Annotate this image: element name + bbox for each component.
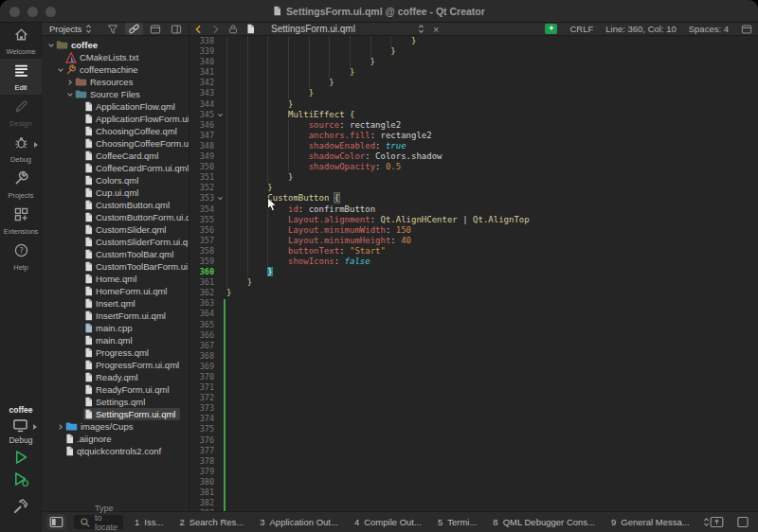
current-line-number[interactable]: 360 xyxy=(190,267,214,277)
line-number[interactable]: 381 xyxy=(190,488,214,498)
line-number[interactable]: 343 xyxy=(190,88,214,98)
build-button[interactable] xyxy=(12,498,29,515)
line-number[interactable]: 354 xyxy=(190,204,214,215)
tree-item-colors-qml[interactable]: Colors.qml xyxy=(42,174,189,186)
code-line-343[interactable]: 343} xyxy=(190,88,758,98)
tree-item-choosingcoffeeform-ui-qml[interactable]: ChoosingCoffeeForm.ui.qml xyxy=(42,137,189,150)
code-line-379[interactable]: 379 xyxy=(190,467,758,477)
code-line-371[interactable]: 371 xyxy=(190,382,758,393)
mode-item-welcome[interactable]: Welcome xyxy=(0,23,42,59)
code-line-376[interactable]: 376 xyxy=(190,435,758,446)
document-dropdown-icon[interactable] xyxy=(418,24,424,34)
tree-item-settingsform-ui-qml[interactable]: SettingsForm.ui.qml xyxy=(42,408,189,420)
code-area[interactable]: 338}339}340}341}342}343}344}345MultiEffe… xyxy=(190,36,758,511)
right-sidebar-toggle-icon[interactable] xyxy=(736,516,749,528)
line-number[interactable]: 367 xyxy=(190,341,214,351)
tree-item-customslider-qml[interactable]: CustomSlider.qml xyxy=(42,223,189,236)
line-number[interactable]: 358 xyxy=(190,246,214,257)
code-line-377[interactable]: 377 xyxy=(190,446,758,456)
line-number[interactable]: 351 xyxy=(190,172,214,183)
dock-pane-icon[interactable] xyxy=(147,24,164,35)
line-number[interactable]: 341 xyxy=(190,67,214,78)
tree-item-coffee[interactable]: coffee xyxy=(42,39,189,51)
tree-item-settings-qml[interactable]: Settings.qml xyxy=(42,396,189,408)
fold-marker-icon[interactable] xyxy=(214,193,226,204)
mode-item-help[interactable]: ?Help xyxy=(0,239,42,275)
code-line-349[interactable]: 349shadowColor: Colors.shadow xyxy=(190,151,758,162)
output-pane-popup-icon[interactable] xyxy=(710,516,724,528)
code-line-365[interactable]: 365 xyxy=(190,320,758,330)
tree-item-main-qml[interactable]: main.qml xyxy=(42,334,189,346)
line-number[interactable]: 347 xyxy=(190,131,214,141)
tree-item-insertform-ui-qml[interactable]: InsertForm.ui.qml xyxy=(42,310,189,322)
code-line-361[interactable]: 361} xyxy=(190,277,758,288)
line-number[interactable]: 380 xyxy=(190,477,214,488)
mode-item-projects[interactable]: Projects xyxy=(0,167,42,203)
tree-item-coffeecardform-ui-qml[interactable]: CoffeeCardForm.ui.qml xyxy=(42,162,189,174)
tree-item-images-cups[interactable]: images/Cups xyxy=(42,420,189,433)
vcs-plus-badge[interactable]: + xyxy=(545,24,557,34)
line-number[interactable]: 348 xyxy=(190,141,214,151)
sync-with-editor-link-icon[interactable] xyxy=(125,23,143,35)
tree-item-home-qml[interactable]: Home.qml xyxy=(42,273,189,285)
code-line-366[interactable]: 366 xyxy=(190,330,758,341)
line-number[interactable]: 382 xyxy=(190,498,214,508)
tree-item-custombuttonform-ui-qml[interactable]: CustomButtonForm.ui.qml xyxy=(42,211,189,223)
output-pane-button-9[interactable]: 9General Messa... xyxy=(611,517,690,527)
maximize-window-button[interactable] xyxy=(45,7,56,17)
split-pane-icon[interactable] xyxy=(168,24,185,35)
tree-item-customtoolbarform-ui-qml[interactable]: CustomToolBarForm.ui.qml xyxy=(42,260,189,273)
code-line-367[interactable]: 367 xyxy=(190,341,758,351)
line-number[interactable]: 357 xyxy=(190,236,214,246)
code-line-357[interactable]: 357Layout.minimumHeight: 40 xyxy=(190,236,758,246)
tree-item-customtoolbar-qml[interactable]: CustomToolBar.qml xyxy=(42,248,189,260)
tree-item-applicationflowform-ui-qml[interactable]: ApplicationFlowForm.ui.qml xyxy=(42,113,189,125)
code-line-350[interactable]: 350shadowOpacity: 0.5 xyxy=(190,162,758,172)
tree-item--aiignore[interactable]: .aiignore xyxy=(42,433,189,445)
editor-split-menu-icon[interactable] xyxy=(741,24,752,35)
left-sidebar-toggle-icon[interactable] xyxy=(46,514,66,530)
tree-item-applicationflow-qml[interactable]: ApplicationFlow.qml xyxy=(42,100,189,113)
tree-item-insert-qml[interactable]: Insert.qml xyxy=(42,297,189,310)
tree-item-qtquickcontrols2-conf[interactable]: qtquickcontrols2.conf xyxy=(42,445,189,457)
line-number[interactable]: 346 xyxy=(190,120,214,131)
line-number[interactable]: 356 xyxy=(190,225,214,236)
navigate-forward-icon[interactable] xyxy=(211,25,220,34)
line-number[interactable]: 369 xyxy=(190,362,214,372)
tree-item-homeform-ui-qml[interactable]: HomeForm.ui.qml xyxy=(42,285,189,297)
code-line-374[interactable]: 374 xyxy=(190,414,758,424)
code-line-373[interactable]: 373 xyxy=(190,403,758,414)
chevron-down-icon[interactable] xyxy=(46,42,55,49)
code-line-348[interactable]: 348shadowEnabled: true xyxy=(190,141,758,151)
line-number[interactable]: 361 xyxy=(190,277,214,288)
code-line-382[interactable]: 382 xyxy=(190,498,758,508)
line-number[interactable]: 377 xyxy=(190,446,214,456)
code-line-347[interactable]: 347anchors.fill: rectangle2 xyxy=(190,131,758,141)
code-line-342[interactable]: 342} xyxy=(190,78,758,88)
open-document-name[interactable]: SettingsForm.ui.qml xyxy=(271,24,409,34)
code-line-368[interactable]: 368 xyxy=(190,351,758,362)
projects-pane-dropdown[interactable]: Projects xyxy=(49,24,81,34)
code-line-352[interactable]: 352} xyxy=(190,183,758,193)
line-number[interactable]: 376 xyxy=(190,435,214,446)
line-number[interactable]: 375 xyxy=(190,424,214,434)
output-pane-button-4[interactable]: 4Compile Out... xyxy=(354,517,422,527)
chevron-down-icon[interactable] xyxy=(65,91,74,98)
line-number[interactable]: 373 xyxy=(190,403,214,414)
fold-marker-icon[interactable] xyxy=(214,110,226,120)
chevron-right-icon[interactable] xyxy=(65,79,74,86)
mode-item-debug[interactable]: Debug xyxy=(0,131,42,167)
close-window-button[interactable] xyxy=(9,7,20,17)
line-number[interactable]: 345 xyxy=(190,110,214,120)
tree-item-resources[interactable]: Resources xyxy=(42,76,189,88)
line-number[interactable]: 371 xyxy=(190,382,214,393)
kit-monitor-icon[interactable] xyxy=(11,417,29,434)
navigate-back-icon[interactable] xyxy=(194,25,203,34)
line-number[interactable]: 365 xyxy=(190,320,214,330)
code-line-363[interactable]: 363 xyxy=(190,298,758,309)
tree-item-progress-qml[interactable]: Progress.qml xyxy=(42,346,189,359)
chevron-right-icon[interactable] xyxy=(56,423,64,431)
output-pane-button-1[interactable]: 1Iss... xyxy=(135,517,163,527)
code-line-378[interactable]: 378 xyxy=(190,456,758,467)
output-pane-button-5[interactable]: 5Termi... xyxy=(438,517,477,527)
